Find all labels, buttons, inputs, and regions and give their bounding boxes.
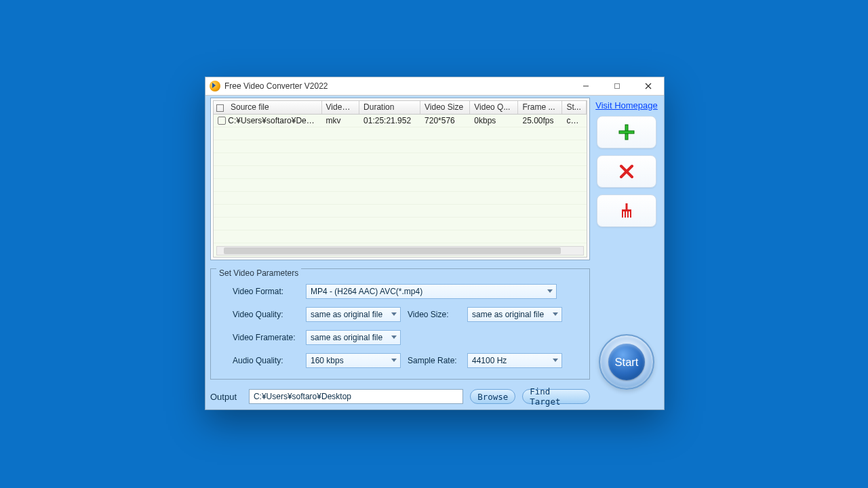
combo-sample-rate[interactable]: 44100 Hz	[467, 353, 562, 368]
remove-file-button[interactable]	[597, 155, 656, 188]
combo-video-framerate[interactable]: same as original file	[306, 330, 401, 345]
col-source[interactable]: Source file	[214, 101, 321, 114]
combo-sample-rate-value: 44100 Hz	[472, 356, 507, 365]
cell-format: mkv	[321, 114, 359, 127]
cell-status: co...	[562, 114, 587, 127]
output-path-value: C:¥Users¥softaro¥Desktop	[254, 392, 351, 401]
col-format[interactable]: Video ...	[321, 101, 359, 114]
left-column: Source file Video ... Duration Video Siz…	[210, 98, 590, 405]
maximize-button[interactable]	[601, 77, 633, 96]
combo-video-size[interactable]: same as original file	[467, 307, 562, 322]
col-duration[interactable]: Duration	[359, 101, 420, 114]
file-grid-wrap: Source file Video ... Duration Video Siz…	[210, 98, 590, 260]
svg-rect-1	[615, 84, 620, 89]
broom-icon	[617, 201, 636, 220]
combo-video-format-value: MP4 - (H264 AAC) AVC(*.mp4)	[311, 287, 422, 296]
x-icon	[617, 162, 636, 181]
label-video-quality: Video Quality:	[233, 310, 299, 319]
row-checkbox-icon[interactable]	[218, 117, 226, 125]
plus-icon	[617, 123, 636, 142]
grid-header-row: Source file Video ... Duration Video Siz…	[214, 101, 587, 114]
clear-list-button[interactable]	[597, 195, 656, 227]
app-icon	[210, 81, 220, 92]
chevron-down-icon	[553, 359, 558, 362]
cell-fps: 25.00fps	[518, 114, 562, 127]
svg-rect-5	[619, 131, 634, 134]
table-row[interactable]: C:¥Users¥softaro¥Des... mkv 01:25:21.952…	[214, 114, 587, 127]
cell-size: 720*576	[420, 114, 470, 127]
minimize-button[interactable]	[570, 77, 601, 96]
window-controls	[570, 77, 664, 96]
svg-rect-8	[626, 203, 628, 209]
col-quality[interactable]: Video Q...	[470, 101, 518, 114]
parameters-legend: Set Video Parameters	[216, 268, 301, 278]
add-file-button[interactable]	[597, 116, 656, 148]
combo-video-framerate-value: same as original file	[311, 333, 382, 342]
label-video-size: Video Size:	[408, 310, 460, 319]
label-video-framerate: Video Framerate:	[233, 333, 299, 342]
combo-video-quality[interactable]: same as original file	[306, 307, 401, 322]
cell-source: C:¥Users¥softaro¥Des...	[228, 116, 317, 125]
header-checkbox-icon[interactable]	[216, 104, 224, 112]
chevron-down-icon	[391, 312, 397, 316]
right-column: Visit Homepage	[594, 98, 659, 405]
parameters-group: Set Video Parameters Video Format: MP4 -…	[210, 268, 590, 380]
label-sample-rate: Sample Rate:	[408, 356, 460, 365]
col-size[interactable]: Video Size	[420, 101, 470, 114]
col-fps[interactable]: Frame ...	[518, 101, 562, 114]
chevron-down-icon	[547, 289, 553, 293]
start-button-label: Start	[608, 344, 645, 380]
browse-button[interactable]: Browse	[470, 389, 515, 404]
close-button[interactable]	[633, 77, 664, 96]
col-source-label: Source file	[231, 102, 269, 112]
output-path-field[interactable]: C:¥Users¥softaro¥Desktop	[249, 389, 463, 404]
cell-duration: 01:25:21.952	[359, 114, 420, 127]
find-target-button[interactable]: Find Target	[522, 389, 590, 404]
chevron-down-icon	[391, 336, 397, 339]
col-status[interactable]: St...	[562, 101, 587, 114]
app-window: Free Video Converter V2022	[205, 77, 665, 410]
combo-audio-quality[interactable]: 160 kbps	[306, 353, 401, 368]
output-label: Output	[210, 392, 242, 402]
file-grid[interactable]: Source file Video ... Duration Video Siz…	[213, 100, 587, 258]
combo-video-format[interactable]: MP4 - (H264 AAC) AVC(*.mp4)	[306, 284, 557, 299]
start-button[interactable]: Start	[599, 334, 654, 390]
titlebar: Free Video Converter V2022	[205, 77, 664, 96]
visit-homepage-link[interactable]: Visit Homepage	[595, 100, 658, 110]
chevron-down-icon	[553, 312, 558, 316]
output-row: Output C:¥Users¥softaro¥Desktop Browse F…	[210, 389, 590, 404]
label-video-format: Video Format:	[233, 287, 299, 296]
label-audio-quality: Audio Quality:	[233, 356, 299, 365]
combo-video-quality-value: same as original file	[311, 310, 382, 319]
combo-audio-quality-value: 160 kbps	[311, 356, 344, 365]
window-title: Free Video Converter V2022	[224, 81, 328, 91]
chevron-down-icon	[391, 359, 397, 362]
cell-quality: 0kbps	[470, 114, 518, 127]
horizontal-scrollbar[interactable]	[216, 246, 584, 256]
combo-video-size-value: same as original file	[472, 310, 544, 319]
